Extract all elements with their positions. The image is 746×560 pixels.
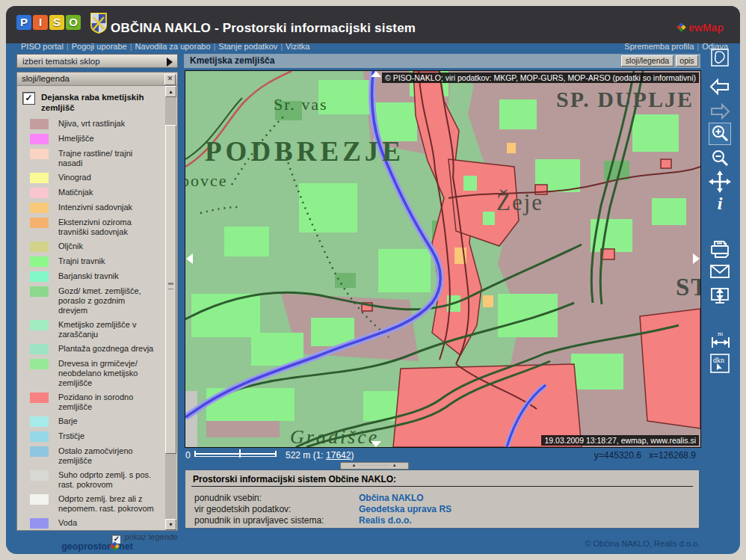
legend-swatch <box>30 149 49 159</box>
info-panel-resize-handle[interactable]: ▲ ·············· ▲ <box>340 462 409 470</box>
legend-swatch <box>30 359 49 369</box>
legend-item: Odprto zemlj. brez ali z nepomem. rast. … <box>30 494 164 514</box>
scale-text: 522 m (1: 17642) <box>286 450 354 461</box>
menu-item[interactable]: PISO portal <box>21 42 64 51</box>
page: { "header": { "logo_letters": [ {"char":… <box>0 0 746 560</box>
layer-label: Dejanska raba kmetijskih zemljišč <box>41 92 153 113</box>
legend-item: Hmeljišče <box>30 134 164 144</box>
legend-label: Gozd/ kmet. zemljišče, poraslo z gozdnim… <box>58 286 155 316</box>
mouse-coordinates: y=445320.6 x=126268.9 <box>594 450 696 461</box>
legend-item: Vinograd <box>30 173 164 183</box>
top-menu: PISO portal|Pogoji uporabe|Navodila za u… <box>21 42 309 51</box>
info-row-label: ponudnik in upravljavec sistema: <box>194 515 324 526</box>
menu-separator: | <box>64 42 72 51</box>
pan-button[interactable] <box>709 170 731 193</box>
legend-list: ✓ Dejanska raba kmetijskih zemljišč Njiv… <box>18 86 164 530</box>
layer-checkbox[interactable]: ✓ <box>22 92 35 105</box>
legend-item: Njiva, vrt rastlinjak <box>30 119 164 129</box>
footer-copyright: © Občina NAKLO, Realis d.o.o. <box>516 539 700 548</box>
description-button[interactable]: opis <box>676 55 698 67</box>
legend-label: Ekstenzivni oziroma travniški sadovnjak <box>58 218 155 237</box>
collapse-bottom-handle[interactable] <box>371 441 381 447</box>
scroll-down-icon[interactable]: ▼ <box>165 519 176 530</box>
info-panel-title: Prostorski informacijski sistem Občine N… <box>193 474 396 484</box>
scalebar <box>194 453 277 461</box>
legend-swatch <box>30 271 49 282</box>
map-label-st: ST <box>676 274 700 301</box>
legend-item: Intenzivni sadovnjak <box>30 203 164 213</box>
layer-group: ✓ Dejanska raba kmetijskih zemljišč <box>22 92 164 113</box>
layers-legend-button[interactable]: sloji/legenda <box>621 55 673 67</box>
legend-label: Suho odprto zemlj. s pos. rast. pokrovom <box>58 470 155 490</box>
menu-item[interactable]: Sprememba profila <box>624 42 694 51</box>
legend-label: Trajni travnik <box>58 256 155 267</box>
back-button[interactable] <box>709 77 731 99</box>
scroll-up-icon[interactable]: ▲ <box>165 86 176 97</box>
legend-item: Pozidano in sorodno zemljišče <box>30 393 164 412</box>
legend-swatch <box>30 518 49 529</box>
layers-legend-panel: sloji/legenda ✕ ✓ Dejanska raba kmetijsk… <box>16 72 178 531</box>
zoom-out-button[interactable] <box>709 148 731 170</box>
piso-logo[interactable]: PISO <box>16 15 82 30</box>
legend-label: Hmeljišče <box>58 134 155 144</box>
collapse-left-handle[interactable] <box>186 253 193 264</box>
legend-swatch <box>30 286 49 297</box>
info-row-link[interactable]: Realis d.o.o. <box>359 515 412 526</box>
map-copyright-overlay: © PISO-NAKLO; viri podatkov: MKGP, MOP-G… <box>382 73 699 83</box>
legend-scrollbar[interactable]: ▲ ▼ <box>165 86 176 530</box>
info-row-link[interactable]: Občina NAKLO <box>359 493 424 503</box>
info-tool-button[interactable]: i <box>709 193 731 215</box>
legend-item: Gozd/ kmet. zemljišče, poraslo z gozdnim… <box>30 286 164 316</box>
legend-item: Ekstenzivni oziroma travniški sadovnjak <box>30 218 164 237</box>
legend-label: Ostalo zamočvirjeno zemljišče <box>58 446 155 466</box>
menu-item[interactable]: Navodila za uporabo <box>135 42 211 51</box>
info-panel: Prostorski informacijski sistem Občine N… <box>185 470 700 529</box>
dkn-select-button[interactable]: dkn <box>709 353 731 375</box>
collapse-right-handle[interactable] <box>693 253 700 264</box>
screen-size-button[interactable] <box>709 286 731 309</box>
full-extent-button[interactable] <box>709 48 731 70</box>
legend-item: Voda <box>30 518 164 529</box>
legend-label: Pozidano in sorodno zemljišče <box>58 393 155 412</box>
legend-item: Trstičje <box>30 431 164 442</box>
menu-separator: | <box>127 42 135 51</box>
close-icon[interactable]: ✕ <box>164 74 176 85</box>
legend-label: Trstičje <box>58 431 155 442</box>
header: PISO OBČINA NAKLO - Prostorski informaci… <box>6 6 740 43</box>
legend-label: Kmetijsko zemljišče v zaraščanju <box>58 320 155 339</box>
map-viewport[interactable]: Sr. vas PODBREZJE povce Žeje SP. DUPLJE … <box>185 70 701 448</box>
info-row-link[interactable]: Geodetska uprava RS <box>359 504 451 514</box>
ewmap-brand: ewMap <box>677 22 724 34</box>
legend-item: Oljčnik <box>30 241 164 252</box>
chevron-right-icon <box>167 58 173 67</box>
legend-item: Barje <box>30 416 164 427</box>
theme-selector-label: izberi tematski sklop <box>22 57 100 66</box>
theme-selector[interactable]: izberi tematski sklop <box>16 54 178 68</box>
legend-swatch <box>30 446 49 457</box>
geoprostor-logo[interactable]: geoprostornet <box>16 541 178 552</box>
legend-swatch <box>30 344 49 354</box>
legend-swatch <box>30 256 49 267</box>
piso-logo-letter: O <box>66 15 81 30</box>
zoom-in-button[interactable] <box>709 123 731 145</box>
scale-link[interactable]: 17642 <box>326 450 351 461</box>
menu-item[interactable]: Pogoji uporabe <box>72 42 127 51</box>
menu-item[interactable]: Stanje podatkov <box>218 42 277 51</box>
scrollbar-thumb[interactable] <box>165 125 176 454</box>
map-timestamp-overlay: 19.03.2009 13:18:27, ewmap, www.realis.s… <box>541 435 699 446</box>
print-button[interactable] <box>709 239 731 262</box>
mail-button[interactable] <box>709 263 731 286</box>
forward-button[interactable] <box>709 102 731 124</box>
show-legend-label: prikaz legende <box>124 532 178 541</box>
menu-item[interactable]: Vizitka <box>286 42 309 51</box>
divider <box>191 486 693 487</box>
measure-button[interactable]: m <box>709 329 731 351</box>
legend-swatch <box>30 416 49 427</box>
collapse-top-handle[interactable] <box>371 71 381 77</box>
map-label-podbrezje: PODBREZJE <box>205 136 404 167</box>
legend-item: Trajni travnik <box>30 256 164 267</box>
svg-text:m: m <box>718 330 723 337</box>
legend-swatch <box>30 431 49 442</box>
legend-label: Drevesa in grmičevje/ neobdelano kmetijs… <box>58 359 155 388</box>
map-label-srvas: Sr. vas <box>274 95 328 114</box>
